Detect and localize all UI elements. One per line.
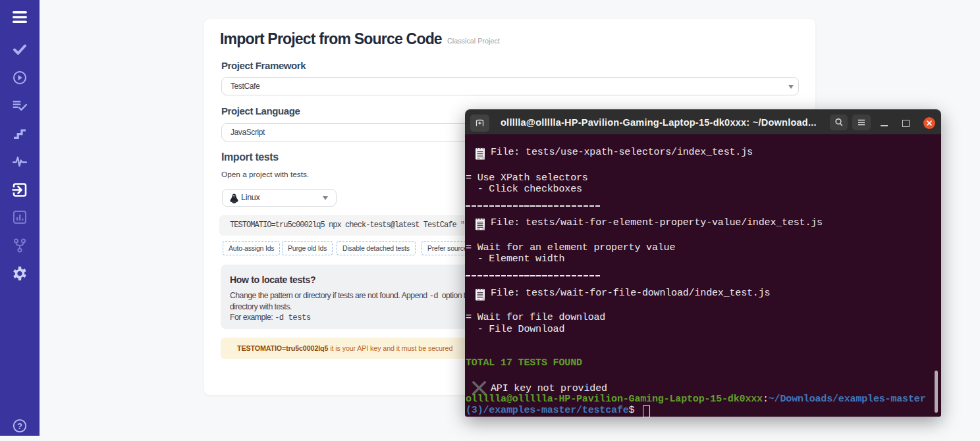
svg-text:?: ? xyxy=(17,421,22,431)
